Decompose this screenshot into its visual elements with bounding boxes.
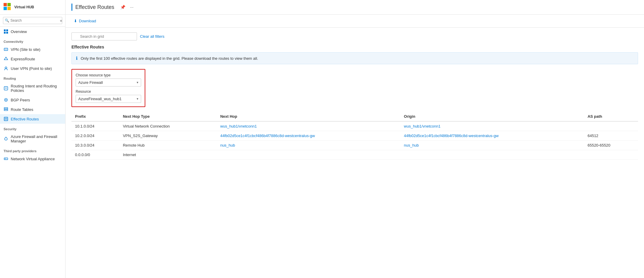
- svg-rect-2: [4, 32, 6, 34]
- user-vpn-icon: [4, 66, 8, 71]
- svg-rect-1: [6, 29, 8, 31]
- cell-next-hop-type: Internet: [119, 150, 217, 160]
- cell-next-hop-type: Virtual Network Connection: [119, 121, 217, 131]
- svg-rect-13: [4, 108, 8, 109]
- download-button[interactable]: ⬇ Download: [71, 18, 99, 24]
- search-grid-wrapper: 🔍: [71, 32, 137, 40]
- cell-next-hop[interactable]: wus_hub1/vnetconn1: [217, 121, 400, 131]
- next-hop-link[interactable]: 44fb02d5ce1c4f1cbcf486b4f7886c8d-westcen…: [220, 133, 315, 138]
- app-icon: [4, 3, 12, 11]
- sidebar-search-input[interactable]: [3, 17, 62, 24]
- origin-link[interactable]: 44fb02d5ce1c4f1cbcf486b4f7886c8d-westcen…: [404, 133, 499, 138]
- sidebar-item-routingintent[interactable]: Routing Intent and Routing Policies: [0, 81, 65, 95]
- sidebar-item-vpn[interactable]: VPN (Site to site): [0, 45, 65, 54]
- svg-rect-15: [4, 117, 8, 121]
- svg-rect-0: [4, 29, 6, 31]
- svg-point-12: [5, 99, 7, 100]
- sidebar-collapse-button[interactable]: «: [60, 18, 62, 23]
- resource-type-value: Azure Firewall: [78, 80, 103, 85]
- cell-origin[interactable]: wus_hub1/vnetconn1: [400, 121, 584, 131]
- download-icon: ⬇: [74, 19, 77, 23]
- sidebar-item-expressroute[interactable]: ExpressRoute: [0, 54, 65, 64]
- cell-prefix: 0.0.0.0/0: [71, 150, 119, 160]
- sidebar-item-label: User VPN (Point to site): [11, 66, 52, 71]
- cell-as-path: [584, 150, 638, 160]
- cell-as-path: 64512: [584, 131, 638, 141]
- pin-button[interactable]: 📌: [119, 4, 127, 10]
- section-security: Security: [0, 124, 65, 132]
- resource-type-dropdown[interactable]: Azure Firewall ▾: [76, 78, 141, 87]
- content-area: 🔍 Clear all filters Effective Routes ℹ O…: [66, 28, 644, 278]
- info-banner: ℹ Only the first 100 effective routes ar…: [71, 52, 638, 64]
- cell-prefix: 10.1.0.0/24: [71, 121, 119, 131]
- main-content: Effective Routes 📌 ··· ⬇ Download 🔍 Clea…: [66, 0, 644, 278]
- sidebar-item-nva[interactable]: Network Virtual Appliance: [0, 154, 65, 164]
- sidebar-search-icon: 🔍: [5, 18, 9, 23]
- svg-point-21: [6, 158, 6, 159]
- col-as-path: AS path: [584, 112, 638, 121]
- section-connectivity: Connectivity: [0, 36, 65, 45]
- table-header-row: Prefix Next Hop Type Next Hop Origin AS …: [71, 112, 638, 121]
- cell-origin: [400, 150, 584, 160]
- chevron-down-icon: ▾: [137, 97, 138, 101]
- sidebar-item-label: Network Virtual Appliance: [11, 157, 55, 161]
- resource-type-label: Choose resource type: [76, 73, 141, 77]
- cell-origin[interactable]: nus_hub: [400, 141, 584, 150]
- sidebar-item-bgp[interactable]: BGP Peers: [0, 95, 65, 105]
- next-hop-link[interactable]: wus_hub1/vnetconn1: [220, 124, 257, 128]
- page-header: Effective Routes 📌 ···: [66, 0, 644, 15]
- azure-firewall-icon: [4, 136, 8, 141]
- routes-table: Prefix Next Hop Type Next Hop Origin AS …: [71, 112, 638, 160]
- col-prefix: Prefix: [71, 112, 119, 121]
- more-button[interactable]: ···: [129, 4, 135, 10]
- clear-filters-button[interactable]: Clear all filters: [140, 34, 164, 39]
- cell-next-hop[interactable]: nus_hub: [217, 141, 400, 150]
- info-message: Only the first 100 effective routes are …: [81, 56, 258, 61]
- section-thirdparty: Third party providers: [0, 146, 65, 154]
- bgp-icon: [4, 98, 8, 102]
- sidebar-item-label: Overview: [11, 29, 27, 34]
- sidebar-item-overview[interactable]: Overview: [0, 27, 65, 36]
- section-title: Effective Routes: [71, 45, 638, 49]
- chevron-down-icon: ▾: [137, 81, 138, 84]
- sidebar-item-uservpn[interactable]: User VPN (Point to site): [0, 64, 65, 73]
- search-grid-input[interactable]: [71, 32, 137, 40]
- svg-rect-14: [4, 109, 8, 111]
- sidebar-item-label: Routing Intent and Routing Policies: [11, 84, 62, 93]
- cell-next-hop: [217, 150, 400, 160]
- sidebar-item-effectiveroutes[interactable]: Effective Routes: [0, 114, 65, 124]
- next-hop-link[interactable]: nus_hub: [220, 143, 235, 147]
- cell-origin[interactable]: 44fb02d5ce1c4f1cbcf486b4f7886c8d-westcen…: [400, 131, 584, 141]
- express-route-icon: [4, 56, 8, 61]
- cell-prefix: 10.3.0.0/24: [71, 141, 119, 150]
- table-row: 10.2.0.0/24VPN_S2S_Gateway44fb02d5ce1c4f…: [71, 131, 638, 141]
- sidebar-item-label: VPN (Site to site): [11, 47, 40, 52]
- resource-selector-box: Choose resource type Azure Firewall ▾ Re…: [71, 69, 145, 107]
- svg-marker-6: [4, 57, 8, 60]
- resource-dropdown[interactable]: AzureFirewall_wus_hub1 ▾: [76, 95, 141, 103]
- sidebar-header: Virtual HUB: [0, 0, 65, 15]
- sidebar-item-azurefirewall[interactable]: Azure Firewall and Firewall Manager: [0, 132, 65, 146]
- origin-link[interactable]: wus_hub1/vnetconn1: [404, 124, 441, 128]
- svg-rect-3: [6, 32, 8, 34]
- header-actions: 📌 ···: [119, 4, 135, 10]
- routing-intent-icon: [4, 86, 8, 91]
- cell-as-path: 65520-65520: [584, 141, 638, 150]
- cell-prefix: 10.2.0.0/24: [71, 131, 119, 141]
- table-row: 0.0.0.0/0Internet: [71, 150, 638, 160]
- sidebar-nav: Overview Connectivity VPN (Site to site)…: [0, 27, 65, 278]
- sidebar-item-label: BGP Peers: [11, 98, 30, 102]
- app-title: Virtual HUB: [14, 5, 34, 9]
- sidebar: Virtual HUB 🔍 « Overview Connectivity VP…: [0, 0, 66, 278]
- cell-next-hop[interactable]: 44fb02d5ce1c4f1cbcf486b4f7886c8d-westcen…: [217, 131, 400, 141]
- section-routing: Routing: [0, 73, 65, 81]
- sidebar-item-label: ExpressRoute: [11, 57, 35, 61]
- sidebar-search-wrapper: 🔍 «: [0, 15, 65, 27]
- info-icon: ℹ: [76, 56, 78, 61]
- svg-rect-8: [4, 87, 8, 90]
- header-border-accent: [71, 4, 72, 11]
- overview-icon: [4, 29, 8, 34]
- sidebar-item-routetables[interactable]: Route Tables: [0, 105, 65, 114]
- col-next-hop-type: Next Hop Type: [119, 112, 217, 121]
- origin-link[interactable]: nus_hub: [404, 143, 419, 147]
